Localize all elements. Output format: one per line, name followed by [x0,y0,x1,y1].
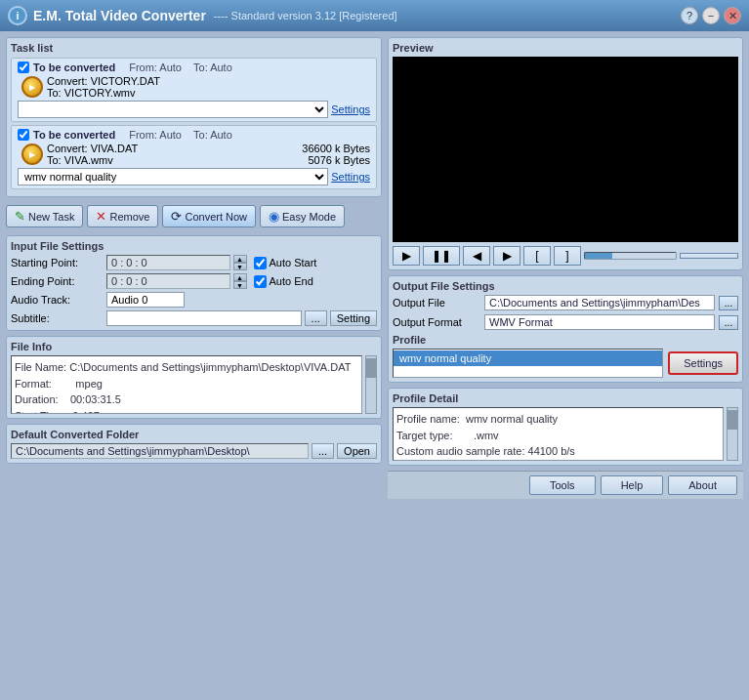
auto-end-checkbox[interactable] [254,275,267,288]
default-folder-label: Default Converted Folder [11,429,377,440]
settings-link-2[interactable]: Settings [331,171,370,183]
task-details-2: Convert: VIVA.DAT 36600 k Bytes To: VIVA… [47,143,370,166]
audio-track-label: Audio Track: [11,294,104,306]
preview-panel: Preview ▶ ❚❚ ◀ ▶ [ ] [388,37,743,270]
extra-button[interactable] [680,253,738,259]
task-list-label: Task list [11,42,377,54]
task-checkbox-1[interactable] [18,62,29,73]
profile-detail-title: Profile Detail [393,392,738,404]
profile-detail-panel: Profile Detail Profile name: wmv normal … [388,388,743,466]
input-settings-panel: Input File Settings Starting Point: 0 : … [6,235,382,331]
auto-start-checkbox[interactable] [254,257,267,269]
profile-list[interactable]: wmv normal quality [393,349,663,378]
about-button[interactable]: About [668,475,737,495]
output-file-row: Output File C:\Documents and Settings\ji… [393,295,738,310]
output-file-browse[interactable]: ... [719,296,738,310]
help-button[interactable]: ? [681,7,698,24]
file-info-panel: File Info File Name: C:\Documents and Se… [6,336,382,419]
new-task-button[interactable]: ✎ New Task [6,205,83,227]
easy-mode-label: Easy Mode [282,211,336,223]
help-button-bottom[interactable]: Help [601,475,664,495]
audio-track-input[interactable] [106,292,185,308]
profile-row-output: Profile wmv normal quality Settings [393,334,738,378]
bottom-bar: Tools Help About [388,471,743,499]
folder-open-button[interactable]: Open [337,443,377,459]
pause-button[interactable]: ❚❚ [423,246,460,266]
task-icon-2 [21,144,43,165]
task-status-1: To be converted [33,62,115,73]
minimize-button[interactable]: − [702,7,720,24]
folder-row: C:\Documents and Settings\jimmypham\Desk… [11,443,377,459]
profile-detail-content: Profile name: wmv normal quality Target … [393,407,724,461]
scrollbar-thumb[interactable] [366,358,376,378]
output-settings-panel: Output File Settings Output File C:\Docu… [388,275,743,383]
convert-icon: ⟳ [171,209,182,224]
task-convert-row-1: Convert: VICTORY.DAT To: VICTORY.wmv [18,75,370,99]
app-title: E.M. Total Video Converter [33,8,206,23]
spin-up-1[interactable]: ▲ [233,255,247,263]
progress-bar[interactable] [584,252,677,260]
file-info-scrollbar[interactable] [365,355,377,414]
mark-in-button[interactable]: [ [523,246,551,266]
file-info-title: File Info [11,341,377,352]
task-header-1: To be converted From: Auto To: Auto [18,62,370,73]
output-settings-title: Output File Settings [393,280,738,292]
ending-point-input[interactable]: 0 : 0 : 0 [106,273,230,289]
profile-detail-scrollbar[interactable] [727,407,738,461]
subtitle-label: Subtitle: [11,312,104,324]
play-button[interactable]: ▶ [393,246,420,266]
easy-mode-button[interactable]: ◉ Easy Mode [260,205,345,227]
input-settings-title: Input File Settings [11,240,377,252]
output-format-browse[interactable]: ... [719,315,738,330]
subtitle-input[interactable] [106,310,302,326]
spin-down-1[interactable]: ▼ [233,263,247,270]
left-panel: Task list To be converted From: Auto To:… [6,37,382,694]
close-button[interactable]: ✕ [724,7,741,24]
tools-button[interactable]: Tools [529,475,596,495]
auto-start-label: Auto Start [270,257,317,268]
settings-link-1[interactable]: Settings [331,103,370,115]
subtitle-browse-button[interactable]: ... [305,310,327,326]
auto-end-row: Auto End [254,275,378,288]
task-item-1: To be converted From: Auto To: Auto Conv… [11,58,377,122]
folder-browse-button[interactable]: ... [312,443,334,459]
app-icon: i [8,6,27,25]
mark-out-button[interactable]: ] [554,246,581,266]
starting-point-input[interactable]: 0 : 0 : 0 [106,255,230,270]
task-convert-row-2: Convert: VIVA.DAT 36600 k Bytes To: VIVA… [18,143,370,166]
output-file-input[interactable]: C:\Documents and Settings\jimmypham\Des [484,295,715,310]
convert-now-button[interactable]: ⟳ Convert Now [162,205,256,227]
auto-start-row: Auto Start [254,257,378,269]
profile-select-1[interactable] [18,101,328,118]
task-header-2: To be converted From: Auto To: Auto [18,129,370,141]
easy-mode-icon: ◉ [269,209,279,224]
spin-down-2[interactable]: ▼ [233,281,247,289]
task-list-panel: Task list To be converted From: Auto To:… [6,37,382,197]
setting-button[interactable]: Setting [330,310,377,326]
remove-button[interactable]: ✕ Remove [87,205,158,227]
preview-video [393,57,738,242]
title-bar: i E.M. Total Video Converter ---- Standa… [0,0,749,31]
starting-point-spinner[interactable]: ▲ ▼ [233,255,251,270]
output-format-label: Output Format [393,316,480,328]
prev-button[interactable]: ◀ [463,246,490,266]
app-subtitle: ---- Standard version 3.12 [Registered] [214,10,397,21]
profile-select-2[interactable]: wmv normal quality [18,168,328,185]
task-checkbox-2[interactable] [18,129,29,141]
toolbar: ✎ New Task ✕ Remove ⟳ Convert Now ◉ Easy… [6,202,382,230]
profile-list-container: wmv normal quality Settings [393,349,738,378]
profile-detail-scrollbar-thumb[interactable] [728,410,737,430]
starting-point-label: Starting Point: [11,257,104,268]
file-info-content: File Name: C:\Documents and Settings\jim… [11,355,362,414]
convert-label: Convert Now [185,211,247,223]
profile-list-item[interactable]: wmv normal quality [394,350,662,366]
next-button[interactable]: ▶ [493,246,520,266]
task-status-2: To be converted [33,129,115,141]
spin-up-2[interactable]: ▲ [233,273,247,281]
ending-point-spinner[interactable]: ▲ ▼ [233,273,251,289]
profile-settings-button[interactable]: Settings [668,351,738,375]
new-task-label: New Task [28,211,74,223]
profile-label: Profile [393,334,738,346]
output-format-input[interactable]: WMV Format [484,314,715,330]
task-from-label-1: From: Auto To: Auto [129,62,232,73]
